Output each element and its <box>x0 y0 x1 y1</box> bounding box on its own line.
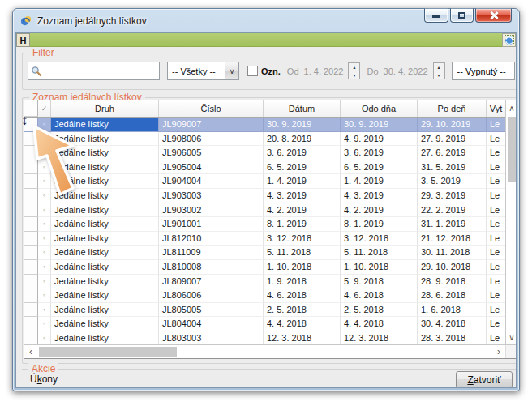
ukony-button[interactable]: Úkony <box>30 374 58 385</box>
cell-vyt: Le <box>487 317 505 331</box>
table-row[interactable]: ◦Jedálne lístkyJL9060053. 6. 20193. 6. 2… <box>24 146 505 160</box>
row-marker-icon: ◦ <box>38 288 51 303</box>
table-row[interactable]: ◦Jedálne lístkyJL8040044. 4. 20184. 4. 2… <box>24 317 505 331</box>
ozn-checkbox[interactable] <box>247 66 258 76</box>
table-row[interactable]: ◦Jedálne lístkyJL9010018. 1. 20198. 1. 2… <box>24 217 505 232</box>
cell-cislo: JL909007 <box>159 118 264 132</box>
cell-vyt: Le <box>487 217 505 232</box>
cell-odo-dna: 8. 1. 2019 <box>341 217 418 232</box>
table-row[interactable]: ◦Jedálne lístkyJL90900730. 9. 201930. 9.… <box>24 118 505 132</box>
title-bar[interactable]: Zoznam jedálnych lístkov <box>13 9 519 32</box>
scroll-down-icon[interactable]: ∨ <box>506 330 517 344</box>
cell-po-den: 28. 3. 2018 <box>418 331 487 344</box>
row-selector[interactable] <box>24 260 38 275</box>
table-row[interactable]: ◦Jedálne lístkyJL8050052. 5. 20182. 5. 2… <box>24 303 505 318</box>
grid-header-row: ✓ Druh Číslo Dátum Odo dňa Po deň Vyt <box>24 100 505 118</box>
column-header-datum[interactable]: Dátum <box>264 100 341 117</box>
row-selector[interactable] <box>24 246 38 260</box>
cell-datum: 4. 3. 2019 <box>264 189 341 203</box>
h-menu-button[interactable]: H <box>16 33 30 47</box>
column-header-vyt[interactable]: Vyt <box>487 100 505 117</box>
cell-cislo: JL904004 <box>159 174 264 189</box>
mouse-cursor-icon <box>29 120 91 198</box>
table-row[interactable]: ◦Jedálne lístkyJL8090071. 9. 20185. 9. 2… <box>24 275 505 289</box>
chevron-down-icon[interactable]: ∨ <box>225 62 238 79</box>
table-row[interactable]: ◦Jedálne lístkyJL9030024. 2. 20194. 2. 2… <box>24 203 505 218</box>
spinner-up-icon[interactable]: ▲ <box>434 63 444 71</box>
column-header-odo-dna[interactable]: Odo dňa <box>341 100 418 117</box>
close-icon <box>489 11 499 20</box>
spinner-down-icon[interactable]: ▼ <box>349 71 359 79</box>
toolbar-green-bar <box>30 33 502 46</box>
table-row[interactable]: ◦Jedálne lístkyJL9030034. 3. 20194. 3. 2… <box>24 189 505 203</box>
row-selector[interactable] <box>24 232 38 246</box>
do-date-field[interactable]: 30. 4. 2022 <box>384 66 428 76</box>
table-row[interactable]: ◦Jedálne lístkyJL8060064. 6. 20184. 6. 2… <box>24 288 505 303</box>
spinner-down-icon[interactable]: ▼ <box>434 71 444 79</box>
table-row[interactable]: ◦Jedálne lístkyJL9050046. 5. 20196. 5. 2… <box>24 160 505 175</box>
cell-vyt: Le <box>487 288 505 303</box>
row-selector[interactable] <box>24 275 38 289</box>
row-selector[interactable] <box>24 203 38 218</box>
column-header-druh[interactable]: Druh <box>51 100 159 117</box>
cell-druh: Jedálne lístky <box>51 217 159 232</box>
cell-druh: Jedálne lístky <box>51 232 159 246</box>
row-marker-icon: ◦ <box>38 303 51 318</box>
cell-po-den: 3. 5. 2019 <box>418 174 487 189</box>
table-row[interactable]: ◦Jedálne lístkyJL80300312. 3. 201812. 3.… <box>24 331 505 344</box>
horizontal-scroll-thumb[interactable] <box>39 347 177 357</box>
vertical-scrollbar[interactable]: ∧ ∨ <box>505 100 517 344</box>
table-row[interactable]: ◦Jedálne lístkyJL90800620. 8. 20194. 9. … <box>24 132 505 147</box>
row-selector[interactable] <box>24 288 38 303</box>
cell-vyt: Le <box>487 146 505 160</box>
search-input[interactable] <box>45 63 157 79</box>
scroll-up-icon[interactable]: ∧ <box>506 100 517 115</box>
check-column-header[interactable]: ✓ <box>38 100 51 117</box>
row-selector[interactable] <box>24 303 38 318</box>
horizontal-scroll-track[interactable] <box>37 345 492 358</box>
cell-odo-dna: 12. 3. 2018 <box>341 331 418 344</box>
cell-odo-dna: 1. 4. 2019 <box>341 174 418 189</box>
column-header-po-den[interactable]: Po deň <box>418 100 487 117</box>
zatvorit-button[interactable]: Zatvoriť <box>456 371 513 388</box>
cell-druh: Jedálne lístky <box>51 275 159 289</box>
refresh-button[interactable] <box>502 33 516 47</box>
cell-po-den: 28. 9. 2018 <box>418 275 487 289</box>
table-row[interactable]: ◦Jedálne lístkyJL9040041. 4. 20191. 4. 2… <box>24 174 505 189</box>
row-selector[interactable] <box>24 317 38 331</box>
horizontal-scrollbar[interactable]: ‹ › <box>24 344 517 358</box>
cell-vyt: Le <box>487 331 505 344</box>
do-label: Do <box>367 66 378 76</box>
scroll-right-icon[interactable]: › <box>492 345 505 358</box>
search-icon <box>31 66 42 77</box>
cell-datum: 4. 2. 2019 <box>264 203 341 218</box>
maximize-button[interactable] <box>450 8 474 23</box>
table-row[interactable]: ◦Jedálne lístkyJL8100081. 10. 20181. 10.… <box>24 260 505 275</box>
close-window-button[interactable] <box>475 8 512 23</box>
table-row[interactable]: ◦Jedálne lístkyJL8120103. 12. 20183. 12.… <box>24 232 505 246</box>
cell-cislo: JL804004 <box>159 317 264 331</box>
type-select[interactable]: -- Všetky -- ∨ <box>167 62 239 80</box>
table-row[interactable]: ◦Jedálne lístkyJL8110095. 11. 20185. 11.… <box>24 246 505 260</box>
od-date-field[interactable]: 1. 4. 2022 <box>304 66 344 76</box>
cell-odo-dna: 2. 5. 2018 <box>341 303 418 318</box>
client-area: H Filter <box>15 32 517 388</box>
row-selector[interactable] <box>24 217 38 232</box>
vertical-scroll-thumb[interactable] <box>508 117 516 182</box>
spinner-up-icon[interactable]: ▲ <box>349 63 359 71</box>
cell-cislo: JL806006 <box>159 288 264 303</box>
state-select[interactable]: -- Vypnutý -- <box>452 62 515 80</box>
cell-datum: 3. 12. 2018 <box>264 232 341 246</box>
scroll-left-icon[interactable]: ‹ <box>24 345 37 358</box>
row-selector[interactable] <box>24 331 38 344</box>
vertical-scroll-track[interactable] <box>506 115 517 330</box>
row-marker-icon: ◦ <box>38 217 51 232</box>
cell-po-den: 30. 4. 2018 <box>418 317 487 331</box>
row-marker-icon: ◦ <box>38 203 51 218</box>
row-marker-icon: ◦ <box>38 232 51 246</box>
column-header-cislo[interactable]: Číslo <box>159 100 264 117</box>
od-date-spinner: ▲ ▼ <box>348 62 360 79</box>
minimize-button[interactable] <box>424 8 448 23</box>
cell-po-den: 31. 5. 2019 <box>418 160 487 175</box>
minimize-icon <box>432 15 440 18</box>
